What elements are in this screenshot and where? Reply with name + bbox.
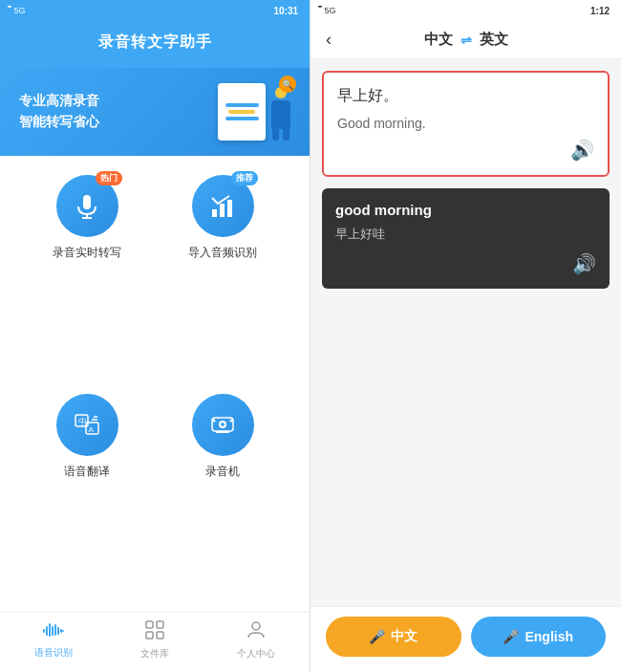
banner-text: 专业高清录音 智能转写省心 bbox=[19, 93, 99, 131]
translated-text: Good morning. bbox=[337, 116, 594, 131]
menu-icon-recorder bbox=[192, 394, 254, 456]
signal-right: ᪲᪲ 5G bbox=[322, 6, 336, 15]
nav-voice-recognition[interactable]: 语音识别 bbox=[34, 621, 73, 660]
menu-item-realtime[interactable]: 热门 录音实时转写 bbox=[29, 175, 145, 375]
svg-rect-29 bbox=[157, 632, 163, 639]
doc-line-2 bbox=[228, 110, 255, 114]
nav-label-profile: 个人中心 bbox=[237, 647, 275, 661]
svg-rect-20 bbox=[49, 623, 51, 637]
svg-rect-28 bbox=[146, 632, 153, 639]
svg-point-15 bbox=[213, 420, 216, 423]
mic-icon bbox=[73, 192, 101, 221]
svg-rect-25 bbox=[62, 630, 64, 632]
banner-line1: 专业高清录音 bbox=[19, 93, 99, 110]
target-lang-label: 英文 bbox=[480, 31, 508, 49]
banner-illustration: 🔍 bbox=[218, 83, 290, 141]
mic-chinese-icon: 🎤 bbox=[369, 629, 385, 644]
waveform-icon bbox=[43, 621, 64, 643]
app-title: 录音转文字助手 bbox=[98, 33, 212, 50]
svg-point-30 bbox=[252, 622, 260, 630]
left-phone: ᪲᪲ 5G 10:31 录音转文字助手 专业高清录音 智能转写省心 🔍 bbox=[0, 0, 310, 672]
person-figure bbox=[271, 87, 290, 141]
content-spacer bbox=[310, 289, 621, 606]
menu-icon-translate: 中 A bbox=[56, 394, 118, 456]
audio-row: 🔊 bbox=[337, 139, 594, 162]
mic-english-icon: 🎤 bbox=[503, 629, 519, 644]
grid-menu: 热门 录音实时转写 推荐 导入音频识别 中 bbox=[0, 156, 310, 612]
svg-rect-23 bbox=[57, 627, 59, 635]
banner-line2: 智能转写省心 bbox=[19, 114, 99, 131]
badge-recommend: 推荐 bbox=[231, 171, 258, 185]
chinese-button-label: 中文 bbox=[391, 628, 418, 645]
swap-icon[interactable]: ⇌ bbox=[460, 33, 472, 48]
recorder-icon bbox=[208, 410, 237, 439]
menu-label-import: 导入音频识别 bbox=[188, 245, 257, 261]
suggestion-subtitle: 早上好哇 bbox=[335, 226, 596, 243]
time-left: 10:31 bbox=[273, 6, 298, 16]
doc-line-1 bbox=[225, 103, 259, 107]
status-bar-left: ᪲᪲ 5G 10:31 bbox=[0, 0, 310, 21]
translation-header-title: 中文 ⇌ 英文 bbox=[424, 31, 508, 49]
search-icon: 🔍 bbox=[282, 79, 293, 90]
header-right: ‹ 中文 ⇌ 英文 bbox=[310, 21, 621, 59]
person-icon bbox=[246, 620, 266, 644]
svg-text:A: A bbox=[89, 425, 95, 434]
suggestion-audio-button[interactable]: 🔊 bbox=[572, 252, 596, 275]
bottom-bar-right: 🎤 中文 🎤 English bbox=[310, 606, 621, 672]
menu-icon-realtime: 热门 bbox=[56, 175, 118, 237]
menu-label-realtime: 录音实时转写 bbox=[53, 245, 121, 261]
menu-item-translate[interactable]: 中 A 语音翻译 bbox=[29, 394, 145, 594]
leg-left bbox=[272, 129, 279, 141]
svg-rect-0 bbox=[83, 195, 91, 209]
right-phone: ᪲᪲ 5G 1:12 ‹ 中文 ⇌ 英文 早上好。 Good morning. … bbox=[310, 0, 621, 672]
signal-left: ᪲᪲ 5G bbox=[11, 6, 26, 15]
person-body bbox=[271, 100, 290, 129]
grid-icon bbox=[145, 620, 164, 644]
status-bar-right: ᪲᪲ 5G 1:12 bbox=[310, 0, 621, 21]
translate-icon: 中 A bbox=[73, 410, 101, 439]
bar-chart-icon bbox=[208, 192, 237, 221]
suggestion-audio-row: 🔊 bbox=[335, 252, 596, 275]
menu-item-recorder[interactable]: 录音机 bbox=[164, 394, 281, 594]
badge-hot: 热门 bbox=[96, 171, 122, 185]
nav-label-files: 文件库 bbox=[140, 647, 169, 661]
menu-label-recorder: 录音机 bbox=[205, 464, 240, 480]
svg-rect-24 bbox=[60, 629, 62, 633]
svg-rect-19 bbox=[46, 626, 48, 636]
svg-rect-4 bbox=[220, 204, 225, 217]
translation-area: 早上好。 Good morning. 🔊 bbox=[322, 71, 610, 177]
chinese-mode-button[interactable]: 🎤 中文 bbox=[326, 617, 461, 657]
english-mode-button[interactable]: 🎤 English bbox=[471, 617, 607, 657]
svg-point-16 bbox=[230, 420, 233, 423]
bottom-nav-left: 语音识别 文件库 个人中心 bbox=[0, 612, 310, 672]
svg-rect-5 bbox=[227, 200, 232, 217]
source-text: 早上好。 bbox=[337, 86, 594, 106]
svg-point-14 bbox=[221, 423, 225, 426]
banner: 专业高清录音 智能转写省心 🔍 bbox=[0, 68, 310, 156]
header-left: 录音转文字助手 bbox=[0, 21, 310, 68]
menu-item-import[interactable]: 推荐 导入音频识别 bbox=[164, 175, 281, 375]
nav-profile[interactable]: 个人中心 bbox=[237, 620, 275, 661]
search-circle: 🔍 bbox=[279, 76, 296, 93]
source-lang-label: 中文 bbox=[424, 31, 453, 49]
menu-icon-import: 推荐 bbox=[192, 175, 254, 237]
suggestion-title: good morning bbox=[335, 202, 596, 218]
person-legs bbox=[272, 129, 289, 141]
svg-rect-26 bbox=[146, 621, 153, 628]
svg-rect-27 bbox=[157, 621, 163, 628]
time-right: 1:12 bbox=[590, 6, 610, 16]
doc-line-3 bbox=[225, 117, 259, 120]
leg-right bbox=[283, 129, 289, 141]
svg-rect-21 bbox=[52, 626, 54, 636]
suggestion-box: good morning 早上好哇 🔊 bbox=[322, 188, 610, 289]
english-button-label: English bbox=[525, 629, 573, 644]
svg-rect-3 bbox=[212, 209, 217, 217]
svg-rect-18 bbox=[43, 629, 45, 633]
menu-label-translate: 语音翻译 bbox=[64, 464, 110, 480]
nav-file-library[interactable]: 文件库 bbox=[140, 620, 169, 661]
audio-play-button[interactable]: 🔊 bbox=[570, 139, 594, 162]
back-button[interactable]: ‹ bbox=[326, 30, 332, 50]
svg-text:中: 中 bbox=[78, 417, 87, 426]
svg-rect-22 bbox=[54, 624, 56, 636]
nav-label-voice: 语音识别 bbox=[34, 646, 73, 660]
